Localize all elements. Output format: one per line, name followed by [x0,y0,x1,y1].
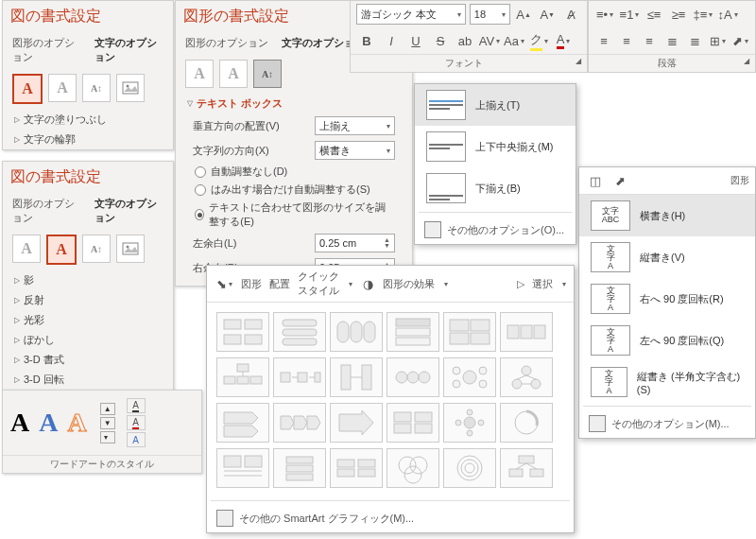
font-size-combo[interactable]: 18▾ [470,4,510,25]
tab-text-options[interactable]: 文字のオプション [94,193,163,229]
insert-shape-icon[interactable]: ⬊▾ [215,273,233,294]
menu-item-middle[interactable]: 上下中央揃え(M) [415,126,576,167]
smartart-thumb[interactable] [443,403,496,443]
tab-quick-styles[interactable]: クイック スタイル [298,270,339,298]
smartart-thumb[interactable] [500,357,553,397]
change-case-icon[interactable]: Aa▾ [504,30,524,51]
text-fill-outline-icon[interactable]: A [12,235,41,263]
radio-shrink-overflow[interactable]: はみ出す場合だけ自動調整する(S) [176,181,412,199]
smartart-thumb[interactable] [216,312,269,352]
collapse-text-fill[interactable]: ▷文字の塗りつぶし [3,110,173,130]
menu-more-options[interactable]: その他のオプション(M)... [579,409,755,438]
collapse-glow[interactable]: ▷光彩 [3,310,173,330]
more-smartart[interactable]: その他の SmartArt グラフィック(M)... [207,504,574,532]
wordart-style-1[interactable]: A [10,408,29,438]
textbox-icon[interactable]: A↕ [82,235,111,263]
smartart-thumb[interactable] [387,312,439,352]
clear-formatting-icon[interactable]: A̷ [561,4,581,25]
menu-item-top[interactable]: 上揃え(T) [415,84,576,126]
picture-icon[interactable] [116,74,145,102]
tab-shape-effects[interactable]: 図形の効果 [383,277,435,291]
font-color-icon[interactable]: A▾ [553,30,574,51]
menu-item-vertical-half[interactable]: 文 字 A 縦書き (半角文字含む)(S) [579,361,755,403]
italic-icon[interactable]: I [381,30,402,51]
justify-icon[interactable]: ≣ [662,30,681,51]
text-fill-outline-icon[interactable]: A [12,74,43,104]
dir-combo[interactable]: 横書き▾ [315,141,395,160]
textbox-icon[interactable]: A↕ [253,60,282,88]
smartart-thumb[interactable] [273,448,326,488]
font-family-combo[interactable]: 游ゴシック 本文▾ [356,4,466,25]
dialog-launcher-icon[interactable]: ◢ [576,57,585,65]
tab-text-options[interactable]: 文字のオプション [94,32,163,68]
distribute-icon[interactable]: ≣ [685,30,704,51]
menu-item-rotate-right[interactable]: 文 字 A 右へ 90 度回転(R) [579,278,755,320]
strikethrough-icon[interactable]: S [430,30,451,51]
collapse-reflection[interactable]: ▷反射 [3,290,173,310]
convert-smartart-icon[interactable]: ⬈▾ [730,30,749,51]
smartart-thumb[interactable] [500,448,553,488]
shape-effects-icon[interactable]: ◑ [360,273,375,294]
text-shadow-icon[interactable]: ab [455,30,475,51]
smartart-thumb[interactable] [330,403,383,443]
increase-indent-icon[interactable]: ≥≡ [668,4,689,25]
scroll-down-icon[interactable]: ▼ [100,417,115,429]
align-right-icon[interactable]: ≡ [640,30,659,51]
align-left-icon[interactable]: ≡ [594,30,613,51]
valign-combo[interactable]: 上揃え▾ [315,116,395,135]
align-center-icon[interactable]: ≡ [617,30,636,51]
collapse-blur[interactable]: ▷ぼかし [3,330,173,350]
more-icon[interactable]: ▾ [100,431,115,443]
text-outline-icon[interactable]: A [127,415,146,430]
menu-item-vertical[interactable]: 文 字 A 縦書き(V) [579,236,755,278]
menu-item-rotate-left[interactable]: 文 字 A 左へ 90 度回転(Q) [579,320,755,361]
text-effects-icon[interactable]: A [219,60,248,88]
collapse-3d-format[interactable]: ▷3-D 書式 [3,350,173,370]
smartart-thumb[interactable] [387,448,439,488]
bullets-icon[interactable]: ≡•▾ [594,4,615,25]
columns-icon[interactable]: ⊞▾ [708,30,727,51]
smartart-thumb[interactable] [216,403,269,443]
decrease-font-icon[interactable]: A▼ [538,4,558,25]
smartart-thumb[interactable] [500,403,553,443]
menu-item-bottom[interactable]: 下揃え(B) [415,167,576,209]
scroll-up-icon[interactable]: ▲ [100,403,115,415]
lmargin-input[interactable]: 0.25 cm▲▼ [315,234,395,252]
collapse-3d-rotation[interactable]: ▷3-D 回転 [3,370,173,390]
tab-select[interactable]: 選択 [532,277,553,291]
menu-more-options[interactable]: その他のオプション(O)... [415,216,576,244]
tab-arrange[interactable]: 配置 [269,277,290,291]
text-fill-outline-icon[interactable]: A [185,60,214,88]
misc-icon[interactable]: ⬈ [610,170,630,191]
numbering-icon[interactable]: ≡1▾ [619,4,640,25]
text-effects-icon[interactable]: A [48,74,77,102]
text-effects-icon[interactable]: A [46,235,77,265]
smartart-thumb[interactable] [443,312,496,352]
section-textbox[interactable]: ▽テキスト ボックス [176,94,412,113]
smartart-thumb[interactable] [273,312,326,352]
smartart-thumb[interactable] [443,357,496,397]
character-spacing-icon[interactable]: AV▾ [479,30,500,51]
smartart-thumb[interactable] [273,357,326,397]
smartart-thumb[interactable] [330,312,383,352]
tab-shape-options[interactable]: 図形のオプション [12,32,81,68]
smartart-thumb[interactable] [330,357,383,397]
line-spacing-icon[interactable]: ‡≡▾ [693,4,713,25]
bold-icon[interactable]: B [356,30,377,51]
smartart-thumb[interactable] [330,448,383,488]
increase-font-icon[interactable]: A▲ [514,4,534,25]
smartart-thumb[interactable] [273,403,326,443]
radio-resize-shape[interactable]: テキストに合わせて図形のサイズを調整する(E) [176,199,412,231]
text-effects-icon[interactable]: A [127,432,146,447]
smartart-thumb[interactable] [387,403,439,443]
dialog-launcher-icon[interactable]: ◢ [744,57,753,65]
smartart-thumb[interactable] [500,312,553,352]
smartart-thumb[interactable] [443,448,496,488]
smartart-thumb[interactable] [216,448,269,488]
highlight-icon[interactable]: ク▾ [528,30,549,51]
picture-icon[interactable] [116,235,145,263]
text-direction-icon[interactable]: ↕A▾ [717,4,738,25]
spinner-icon[interactable]: ▲▼ [384,237,390,249]
smartart-thumb[interactable] [387,357,439,397]
tab-shape-options[interactable]: 図形のオプション [185,32,268,54]
